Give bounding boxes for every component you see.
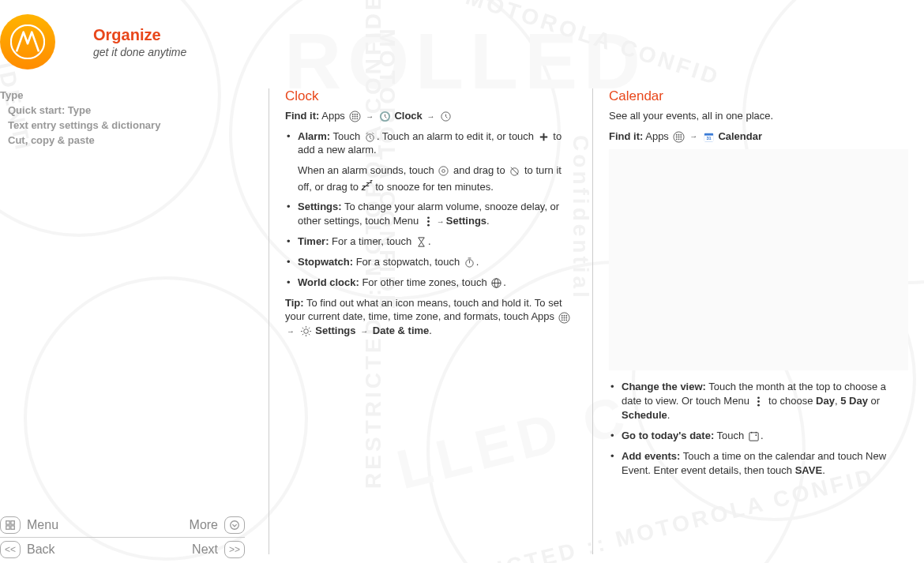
clock-face-icon (440, 111, 452, 122)
next-label: Next (192, 542, 218, 557)
apps-grid-icon (673, 131, 685, 143)
svg-point-18 (427, 217, 430, 220)
apps-grid-icon (349, 111, 361, 122)
sidebar-item[interactable]: Cut, copy & paste (0, 133, 253, 148)
back-label: Back (27, 542, 55, 557)
stopwatch-icon (464, 257, 475, 268)
svg-rect-53 (6, 521, 9, 524)
svg-point-10 (356, 118, 358, 119)
svg-point-32 (563, 319, 565, 321)
svg-rect-55 (6, 526, 9, 529)
menu-label: Menu (27, 518, 58, 532)
clock-app-icon (379, 111, 391, 122)
svg-point-34 (303, 329, 308, 334)
svg-point-33 (565, 319, 567, 321)
clock-section-title: Clock (285, 88, 577, 104)
plus-icon (538, 131, 550, 143)
svg-point-20 (427, 224, 430, 227)
svg-point-28 (561, 317, 562, 318)
alarm-clock-icon (364, 131, 376, 143)
clock-find-it: Find it: Apps → Clock → (285, 109, 577, 123)
svg-point-40 (678, 136, 679, 137)
sidebar-item[interactable]: Text entry settings & dictionary (0, 118, 253, 133)
chevron-right-icon: >> (224, 541, 245, 558)
svg-point-36 (675, 133, 677, 135)
calendar-intro: See all your events, all in one place. (609, 109, 908, 123)
calendar-view-item: Change the view: Touch the month at the … (609, 380, 908, 422)
menu-button[interactable]: Menu (0, 516, 58, 534)
clock-settings-item: Settings: To change your alarm volume, s… (285, 200, 577, 228)
next-button[interactable]: Next >> (192, 541, 245, 558)
svg-point-9 (354, 118, 355, 119)
drag-handle-icon (438, 165, 449, 177)
svg-point-50 (758, 404, 761, 407)
svg-point-39 (675, 136, 677, 137)
clock-timer-item: Timer: For a timer, touch . (285, 235, 577, 249)
svg-rect-51 (749, 433, 758, 441)
svg-point-7 (356, 116, 358, 118)
hourglass-icon (415, 236, 427, 248)
svg-point-52 (755, 434, 757, 436)
snooze-icon: zzz (362, 182, 373, 192)
menu-grid-icon (0, 516, 21, 534)
svg-point-3 (354, 114, 355, 115)
sidebar-item[interactable]: Quick start: Type (0, 103, 253, 118)
settings-gear-icon (300, 325, 312, 337)
svg-point-5 (351, 116, 353, 118)
svg-point-29 (563, 317, 565, 318)
page-subtitle: get it done anytime (93, 46, 186, 58)
svg-point-30 (565, 317, 567, 318)
svg-point-8 (351, 118, 353, 119)
page-header: Organize get it done anytime (0, 0, 924, 88)
svg-point-16 (442, 170, 445, 173)
svg-rect-54 (11, 521, 14, 524)
calendar-add-item: Add events: Touch a time on the calendar… (609, 449, 908, 478)
svg-point-15 (439, 167, 448, 175)
svg-point-41 (680, 136, 682, 137)
calendar-app-icon: 31 (703, 131, 715, 143)
clock-world-item: World clock: For other time zones, touch… (285, 276, 577, 290)
chevron-left-icon: << (0, 541, 21, 558)
svg-point-42 (675, 138, 677, 140)
clock-tip: Tip: To find out what an icon means, tou… (285, 296, 577, 338)
menu-dots-icon (753, 396, 764, 407)
svg-text:31: 31 (706, 136, 711, 141)
svg-point-26 (563, 314, 565, 316)
sidebar-heading[interactable]: Type (0, 88, 253, 103)
svg-point-27 (565, 314, 567, 316)
alarm-off-icon (509, 165, 520, 177)
svg-point-2 (351, 114, 353, 115)
calendar-find-it: Find it: Apps → 31 Calendar (609, 129, 908, 144)
page-title: Organize (93, 26, 186, 44)
sidebar-nav: Type Quick start: Type Text entry settin… (0, 88, 253, 148)
calendar-screenshot-placeholder (609, 149, 908, 370)
clock-alarm-item: Alarm: Touch . Touch an alarm to edit it… (285, 129, 577, 194)
apps-grid-icon (558, 312, 570, 324)
globe-icon (490, 277, 502, 289)
svg-point-48 (758, 397, 761, 400)
svg-point-25 (561, 314, 562, 316)
menu-dots-icon (423, 216, 434, 227)
bottom-nav: Menu More << Back Next >> (0, 513, 245, 561)
svg-point-43 (678, 138, 679, 140)
svg-point-38 (680, 133, 682, 135)
svg-point-31 (561, 319, 562, 321)
back-button[interactable]: << Back (0, 541, 55, 558)
svg-point-17 (511, 168, 518, 175)
more-label: More (190, 518, 218, 532)
svg-point-44 (680, 138, 682, 140)
svg-point-6 (354, 116, 355, 118)
svg-point-49 (758, 400, 761, 403)
svg-point-57 (231, 521, 239, 530)
chevron-down-circle-icon (224, 516, 245, 534)
more-button[interactable]: More (190, 516, 245, 534)
svg-point-19 (427, 220, 430, 223)
today-icon (748, 430, 760, 442)
svg-rect-56 (11, 526, 14, 529)
calendar-today-item: Go to today's date: Touch . (609, 429, 908, 443)
svg-point-37 (678, 133, 679, 135)
clock-stopwatch-item: Stopwatch: For a stopwatch, touch . (285, 255, 577, 269)
calendar-section-title: Calendar (609, 88, 908, 104)
motorola-m-icon (10, 24, 45, 59)
motorola-logo (0, 14, 55, 69)
